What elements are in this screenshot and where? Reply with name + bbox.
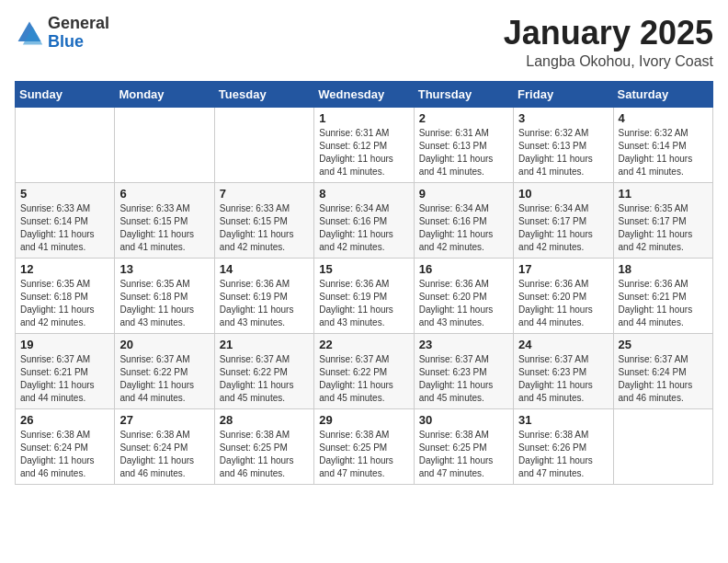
day-info: Sunrise: 6:31 AM Sunset: 6:12 PM Dayligh… <box>319 127 408 178</box>
week-row-4: 19Sunrise: 6:37 AM Sunset: 6:21 PM Dayli… <box>16 333 713 408</box>
day-info: Sunrise: 6:37 AM Sunset: 6:21 PM Dayligh… <box>20 353 109 405</box>
day-info: Sunrise: 6:37 AM Sunset: 6:22 PM Dayligh… <box>119 353 209 405</box>
day-info: Sunrise: 6:38 AM Sunset: 6:25 PM Dayligh… <box>419 429 508 480</box>
logo-general: General <box>48 14 109 32</box>
day-info: Sunrise: 6:37 AM Sunset: 6:23 PM Dayligh… <box>419 353 508 405</box>
calendar-cell: 20Sunrise: 6:37 AM Sunset: 6:22 PM Dayli… <box>115 333 214 408</box>
day-info: Sunrise: 6:37 AM Sunset: 6:22 PM Dayligh… <box>220 353 309 405</box>
weekday-header-friday: Friday <box>514 81 613 107</box>
day-info: Sunrise: 6:32 AM Sunset: 6:14 PM Dayligh… <box>619 127 708 178</box>
day-info: Sunrise: 6:34 AM Sunset: 6:16 PM Dayligh… <box>319 202 408 254</box>
calendar-cell: 29Sunrise: 6:38 AM Sunset: 6:25 PM Dayli… <box>314 408 414 484</box>
weekday-header-thursday: Thursday <box>414 81 513 107</box>
day-number: 30 <box>419 413 508 427</box>
logo: General Blue <box>15 15 109 52</box>
calendar-cell: 12Sunrise: 6:35 AM Sunset: 6:18 PM Dayli… <box>16 258 115 333</box>
week-row-2: 5Sunrise: 6:33 AM Sunset: 6:14 PM Daylig… <box>16 182 713 258</box>
day-number: 14 <box>220 262 309 276</box>
weekday-header-sunday: Sunday <box>16 81 115 107</box>
calendar-cell <box>16 107 115 182</box>
day-info: Sunrise: 6:33 AM Sunset: 6:15 PM Dayligh… <box>119 202 209 254</box>
day-info: Sunrise: 6:38 AM Sunset: 6:25 PM Dayligh… <box>319 429 408 480</box>
day-number: 23 <box>419 338 508 351</box>
day-info: Sunrise: 6:31 AM Sunset: 6:13 PM Dayligh… <box>419 127 508 178</box>
calendar-cell <box>214 107 313 182</box>
calendar-cell: 5Sunrise: 6:33 AM Sunset: 6:14 PM Daylig… <box>16 182 115 258</box>
day-info: Sunrise: 6:38 AM Sunset: 6:24 PM Dayligh… <box>20 429 109 480</box>
day-info: Sunrise: 6:35 AM Sunset: 6:18 PM Dayligh… <box>20 278 109 329</box>
calendar-cell: 6Sunrise: 6:33 AM Sunset: 6:15 PM Daylig… <box>115 182 214 258</box>
day-number: 12 <box>20 262 109 276</box>
calendar-cell: 13Sunrise: 6:35 AM Sunset: 6:18 PM Dayli… <box>115 258 214 333</box>
day-info: Sunrise: 6:38 AM Sunset: 6:24 PM Dayligh… <box>119 429 209 480</box>
weekday-header-tuesday: Tuesday <box>214 81 313 107</box>
day-info: Sunrise: 6:35 AM Sunset: 6:18 PM Dayligh… <box>119 278 209 329</box>
calendar-cell: 2Sunrise: 6:31 AM Sunset: 6:13 PM Daylig… <box>414 107 513 182</box>
day-info: Sunrise: 6:34 AM Sunset: 6:16 PM Dayligh… <box>419 202 508 254</box>
calendar-cell: 22Sunrise: 6:37 AM Sunset: 6:22 PM Dayli… <box>314 333 414 408</box>
day-info: Sunrise: 6:37 AM Sunset: 6:22 PM Dayligh… <box>319 353 408 405</box>
logo-icon <box>15 18 44 48</box>
day-info: Sunrise: 6:36 AM Sunset: 6:20 PM Dayligh… <box>518 278 608 329</box>
calendar-cell: 30Sunrise: 6:38 AM Sunset: 6:25 PM Dayli… <box>414 408 513 484</box>
day-info: Sunrise: 6:36 AM Sunset: 6:21 PM Dayligh… <box>619 278 708 329</box>
calendar-cell: 3Sunrise: 6:32 AM Sunset: 6:13 PM Daylig… <box>514 107 613 182</box>
calendar-cell: 23Sunrise: 6:37 AM Sunset: 6:23 PM Dayli… <box>414 333 513 408</box>
title-block: January 2025 Langba Okohou, Ivory Coast <box>504 15 713 70</box>
calendar-cell: 24Sunrise: 6:37 AM Sunset: 6:23 PM Dayli… <box>514 333 613 408</box>
day-info: Sunrise: 6:35 AM Sunset: 6:17 PM Dayligh… <box>619 202 708 254</box>
day-number: 17 <box>518 262 608 276</box>
calendar-cell: 14Sunrise: 6:36 AM Sunset: 6:19 PM Dayli… <box>214 258 313 333</box>
day-number: 18 <box>619 262 708 276</box>
calendar-cell <box>115 107 214 182</box>
location-title: Langba Okohou, Ivory Coast <box>504 53 713 70</box>
calendar-cell: 18Sunrise: 6:36 AM Sunset: 6:21 PM Dayli… <box>613 258 712 333</box>
calendar-cell: 27Sunrise: 6:38 AM Sunset: 6:24 PM Dayli… <box>115 408 214 484</box>
calendar-cell: 9Sunrise: 6:34 AM Sunset: 6:16 PM Daylig… <box>414 182 513 258</box>
day-number: 16 <box>419 262 508 276</box>
day-info: Sunrise: 6:33 AM Sunset: 6:15 PM Dayligh… <box>220 202 309 254</box>
day-number: 29 <box>319 413 408 427</box>
day-number: 31 <box>518 413 608 427</box>
day-info: Sunrise: 6:36 AM Sunset: 6:20 PM Dayligh… <box>419 278 508 329</box>
day-number: 24 <box>518 338 608 351</box>
day-number: 7 <box>220 187 309 201</box>
day-info: Sunrise: 6:32 AM Sunset: 6:13 PM Dayligh… <box>518 127 608 178</box>
day-number: 11 <box>619 187 708 201</box>
day-number: 8 <box>319 187 408 201</box>
day-info: Sunrise: 6:37 AM Sunset: 6:23 PM Dayligh… <box>518 353 608 405</box>
day-number: 26 <box>20 413 109 427</box>
day-number: 10 <box>518 187 608 201</box>
logo-text: General Blue <box>48 15 109 52</box>
weekday-header-saturday: Saturday <box>613 81 712 107</box>
calendar-cell: 10Sunrise: 6:34 AM Sunset: 6:17 PM Dayli… <box>514 182 613 258</box>
calendar-cell: 4Sunrise: 6:32 AM Sunset: 6:14 PM Daylig… <box>613 107 712 182</box>
day-number: 28 <box>220 413 309 427</box>
week-row-1: 1Sunrise: 6:31 AM Sunset: 6:12 PM Daylig… <box>16 107 713 182</box>
calendar-cell: 21Sunrise: 6:37 AM Sunset: 6:22 PM Dayli… <box>214 333 313 408</box>
day-number: 22 <box>319 338 408 351</box>
weekday-header-monday: Monday <box>115 81 214 107</box>
page-header: General Blue January 2025 Langba Okohou,… <box>15 15 713 70</box>
week-row-3: 12Sunrise: 6:35 AM Sunset: 6:18 PM Dayli… <box>16 258 713 333</box>
calendar-table: SundayMondayTuesdayWednesdayThursdayFrid… <box>15 81 713 485</box>
day-number: 20 <box>119 338 209 351</box>
day-number: 5 <box>20 187 109 201</box>
day-number: 2 <box>419 111 508 125</box>
day-number: 19 <box>20 338 109 351</box>
day-info: Sunrise: 6:33 AM Sunset: 6:14 PM Dayligh… <box>20 202 109 254</box>
calendar-cell <box>613 408 712 484</box>
weekday-header-wednesday: Wednesday <box>314 81 414 107</box>
day-number: 13 <box>119 262 209 276</box>
calendar-cell: 26Sunrise: 6:38 AM Sunset: 6:24 PM Dayli… <box>16 408 115 484</box>
logo-blue: Blue <box>48 32 84 51</box>
day-number: 21 <box>220 338 309 351</box>
day-info: Sunrise: 6:38 AM Sunset: 6:26 PM Dayligh… <box>518 429 608 480</box>
day-info: Sunrise: 6:36 AM Sunset: 6:19 PM Dayligh… <box>319 278 408 329</box>
day-info: Sunrise: 6:38 AM Sunset: 6:25 PM Dayligh… <box>220 429 309 480</box>
calendar-cell: 25Sunrise: 6:37 AM Sunset: 6:24 PM Dayli… <box>613 333 712 408</box>
week-row-5: 26Sunrise: 6:38 AM Sunset: 6:24 PM Dayli… <box>16 408 713 484</box>
calendar-cell: 8Sunrise: 6:34 AM Sunset: 6:16 PM Daylig… <box>314 182 414 258</box>
day-number: 1 <box>319 111 408 125</box>
day-info: Sunrise: 6:34 AM Sunset: 6:17 PM Dayligh… <box>518 202 608 254</box>
